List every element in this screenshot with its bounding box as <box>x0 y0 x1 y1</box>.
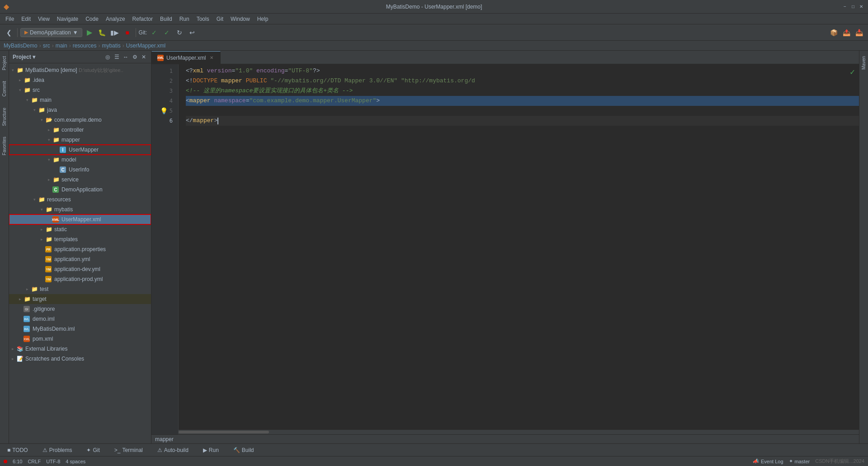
tree-package[interactable]: 📂 com.example.demo <box>9 115 151 125</box>
close-btn[interactable]: ✕ <box>858 4 864 10</box>
tree-usermapper-java[interactable]: I UserMapper <box>9 145 151 155</box>
tree-app-yml[interactable]: YM application.yml <box>9 254 151 264</box>
menu-tools[interactable]: Tools <box>193 15 213 23</box>
run-with-coverage-btn[interactable]: ▮▶ <box>109 27 120 38</box>
right-tools-2[interactable]: 📤 <box>841 27 852 38</box>
run-btn[interactable]: ▶ <box>84 27 95 38</box>
project-side-tab[interactable]: Project <box>1 52 8 74</box>
status-indent[interactable]: 4 spaces <box>66 459 85 464</box>
tree-main[interactable]: 📁 main <box>9 95 151 105</box>
bottom-tab-build[interactable]: 🔨 Build <box>230 445 258 456</box>
breadcrumb-file[interactable]: UserMapper.xml <box>126 43 165 49</box>
stop-btn[interactable]: ■ <box>122 27 133 38</box>
right-tools-1[interactable]: 📦 <box>828 27 839 38</box>
h-scrollbar-thumb[interactable] <box>179 431 269 433</box>
tree-static[interactable]: 📁 static <box>9 224 151 234</box>
menu-edit[interactable]: Edit <box>18 15 34 23</box>
toolbar-sep-2 <box>136 28 136 37</box>
tree-mybatisdemo-iml[interactable]: IML MyBatisDemo.iml <box>9 324 151 334</box>
menu-navigate[interactable]: Navigate <box>53 15 82 23</box>
tree-demoapplication-label: DemoApplication <box>61 186 103 193</box>
tree-app-props[interactable]: PR application.properties <box>9 244 151 254</box>
tree-userinfo[interactable]: C UserInfo <box>9 165 151 175</box>
tree-gitignore[interactable]: GI .gitignore <box>9 304 151 314</box>
right-tools-3[interactable]: 📥 <box>854 27 864 38</box>
tree-app-dev-yml[interactable]: YM application-dev.yml <box>9 264 151 274</box>
bottom-tab-problems[interactable]: ⚠ Problems <box>39 445 76 456</box>
breadcrumb-mybatis[interactable]: mybatis <box>102 43 120 49</box>
panel-settings-icon[interactable]: ⚙ <box>131 53 138 61</box>
tree-mybatis[interactable]: 📁 mybatis <box>9 204 151 214</box>
git-update-btn[interactable]: ↻ <box>174 27 185 38</box>
git-check-btn[interactable]: ✓ <box>149 27 160 38</box>
minimize-btn[interactable]: − <box>842 4 848 10</box>
menu-code[interactable]: Code <box>82 15 102 23</box>
tree-demoapplication[interactable]: C DemoApplication <box>9 185 151 195</box>
tree-service[interactable]: 📁 service <box>9 175 151 185</box>
menu-view[interactable]: View <box>34 15 53 23</box>
menu-refactor[interactable]: Refactor <box>129 15 156 23</box>
structure-side-tab[interactable]: Structure <box>1 104 8 130</box>
tree-pom[interactable]: XML pom.xml <box>9 334 151 344</box>
tree-idea[interactable]: 📁 .idea <box>9 75 151 85</box>
tree-resources[interactable]: 📁 resources <box>9 195 151 204</box>
tree-mapper-folder[interactable]: 📁 mapper <box>9 135 151 145</box>
bottom-tab-run[interactable]: ▶ Run <box>199 445 222 456</box>
menu-help[interactable]: Help <box>254 15 272 23</box>
breadcrumb-resources[interactable]: resources <box>73 43 97 49</box>
iml-icon: IML <box>24 316 30 322</box>
menu-file[interactable]: File <box>2 15 18 23</box>
tree-src[interactable]: 📁 src <box>9 85 151 95</box>
h-scrollbar[interactable] <box>179 430 859 434</box>
tab-close-btn[interactable]: ✕ <box>208 55 215 61</box>
back-btn[interactable]: ❮ <box>4 27 14 38</box>
commit-side-tab[interactable]: Commit <box>1 77 8 100</box>
bottom-tab-terminal[interactable]: >_ Terminal <box>111 445 146 456</box>
tree-model[interactable]: 📁 model <box>9 155 151 165</box>
tree-app-prod-yml[interactable]: YM application-prod.yml <box>9 274 151 284</box>
menu-run[interactable]: Run <box>176 15 193 23</box>
gutter-line-5: 💡 5 <box>151 106 178 116</box>
tree-ext-libs[interactable]: 📚 External Libraries <box>9 344 151 354</box>
menu-analyze[interactable]: Analyze <box>102 15 129 23</box>
breadcrumb-main[interactable]: main <box>56 43 67 49</box>
menu-window[interactable]: Window <box>227 15 254 23</box>
status-line-sep[interactable]: CRLF <box>28 459 41 464</box>
status-git-branch[interactable]: ✦ master <box>789 458 810 464</box>
status-line-col[interactable]: 6:10 <box>13 459 22 464</box>
bottom-tab-todo[interactable]: ■ TODO <box>4 445 32 456</box>
tab-usermapper-xml[interactable]: XML UserMapper.xml ✕ <box>151 51 221 64</box>
status-encoding[interactable]: UTF-8 <box>46 459 60 464</box>
panel-locate-icon[interactable]: ◎ <box>104 53 111 61</box>
tree-test[interactable]: 📁 test <box>9 284 151 294</box>
tree-scratches[interactable]: 📝 Scratches and Consoles <box>9 354 151 364</box>
debug-btn[interactable]: 🐛 <box>97 27 108 38</box>
tree-demo-iml[interactable]: IML demo.iml <box>9 314 151 324</box>
breadcrumb-mybatisdemo[interactable]: MyBatisDemo <box>4 43 38 49</box>
bottom-tab-git[interactable]: ✦ Git <box>83 445 103 456</box>
status-event-log[interactable]: 📣 Event Log <box>753 458 783 464</box>
panel-close-icon[interactable]: ✕ <box>140 53 147 61</box>
tree-usermapper-xml-label: UserMapper.xml <box>61 216 101 223</box>
maximize-btn[interactable]: □ <box>850 4 856 10</box>
maven-side-tab[interactable]: Maven <box>860 52 867 73</box>
panel-collapse-icon[interactable]: ↔ <box>122 53 129 61</box>
panel-sort-icon[interactable]: ☰ <box>113 53 120 61</box>
tree-templates[interactable]: 📁 templates <box>9 234 151 244</box>
breadcrumb-src[interactable]: src <box>43 43 50 49</box>
tree-target[interactable]: 📁 target <box>9 294 151 304</box>
favorites-side-tab[interactable]: Favorites <box>1 133 8 159</box>
git-back-btn[interactable]: ↩ <box>187 27 198 38</box>
tree-root[interactable]: 📁 MyBatisDemo [demo] D:\study\比较\gitee.. <box>9 65 151 75</box>
bottom-panel-bar: ■ TODO ⚠ Problems ✦ Git >_ Terminal ⚠ Au… <box>0 443 868 456</box>
bottom-tab-autobuild[interactable]: ⚠ Auto-build <box>154 445 192 456</box>
menu-git[interactable]: Git <box>213 15 227 23</box>
tree-controller[interactable]: 📁 controller <box>9 125 151 135</box>
git-arrow-btn[interactable]: ✓ <box>161 27 172 38</box>
code-editor[interactable]: <?xml version="1.0" encoding="UTF-8"?> <… <box>179 64 859 434</box>
tree-java[interactable]: 📁 java <box>9 105 151 115</box>
run-config-dropdown[interactable]: ▶ DemoApplication ▼ <box>20 28 82 37</box>
tree-usermapper-xml[interactable]: XML UserMapper.xml <box>9 214 151 224</box>
menu-build[interactable]: Build <box>156 15 176 23</box>
lightbulb-icon[interactable]: 💡 <box>160 107 168 114</box>
